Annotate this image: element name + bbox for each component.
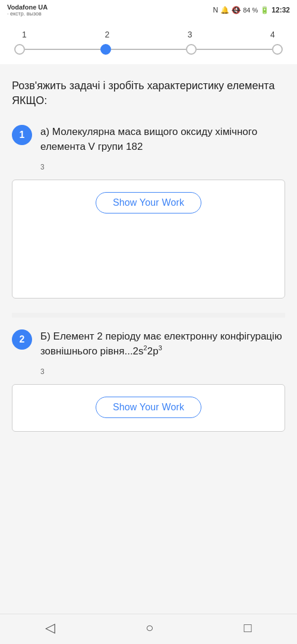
back-button[interactable]: ◁ [45,620,55,636]
step-labels: 1 2 3 4 [14,30,283,39]
question-2-number: 2 [12,329,32,350]
mute-icon: 🔇 [232,6,241,14]
divider-1 [12,313,285,318]
carrier-subtext: · екстр. вызов [7,11,48,17]
home-button[interactable]: ○ [146,620,153,636]
show-your-work-button-2[interactable]: Show Your Work [96,397,201,418]
work-area-2: Show Your Work [12,384,285,432]
step-line-2-3 [111,49,187,50]
question-1-score: 3 [40,163,285,171]
show-your-work-button-1[interactable]: Show Your Work [96,192,201,213]
status-bar: Vodafone UA · екстр. вызов N 🔔 🔇 84 % 🔋 … [0,0,297,19]
question-2-text: Б) Елемент 2 періоду має електронну конф… [40,329,285,359]
carrier-info: Vodafone UA · екстр. вызов [7,4,48,17]
bottom-nav: ◁ ○ □ [0,614,297,644]
task-description: Розв'яжить задачі і зробіть характеристи… [12,78,285,108]
step-label-1: 1 [15,30,33,39]
question-block-1: 1 а) Молекулярна маса вищого оксиду хімі… [12,125,285,298]
step-line-3-4 [197,49,272,50]
status-right-icons: N 🔔 🔇 84 % 🔋 12:32 [213,6,290,14]
step-label-4: 4 [264,30,282,39]
nfc-icon: N [213,6,219,14]
work-area-1: Show Your Work [12,180,285,299]
step-4[interactable] [272,44,283,55]
battery-text: 84 % [243,7,258,14]
carrier-name: Vodafone UA [7,4,48,11]
step-3[interactable] [186,44,197,55]
question-1-text: а) Молекулярна маса вищого оксиду хімічн… [40,125,285,154]
recent-apps-button[interactable]: □ [244,620,252,636]
step-label-3: 3 [181,30,199,39]
battery-icon: 🔋 [260,6,269,14]
step-2[interactable] [100,44,111,55]
question-1-number: 1 [12,125,32,145]
step-1[interactable] [14,44,25,55]
step-label-2: 2 [98,30,116,39]
stepper-container: 1 2 3 4 [0,19,297,64]
step-track [14,44,283,55]
content-area: Розв'яжить задачі і зробіть характеристи… [0,64,297,455]
question-block-2: 2 Б) Елемент 2 періоду має електронну ко… [12,329,285,432]
question-1-header: 1 а) Молекулярна маса вищого оксиду хімі… [12,125,285,154]
step-line-1-2 [25,49,100,50]
alarm-icon: 🔔 [220,6,229,14]
question-2-header: 2 Б) Елемент 2 періоду має електронну ко… [12,329,285,359]
time-display: 12:32 [271,6,290,14]
question-2-score: 3 [40,367,285,376]
